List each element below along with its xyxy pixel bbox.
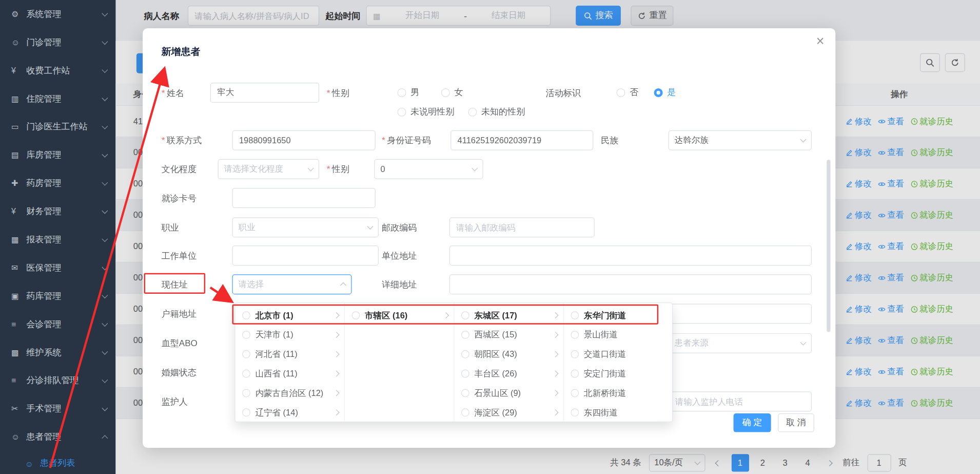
chevron-down-icon — [308, 165, 314, 171]
chevron-right-icon — [334, 409, 340, 415]
cascader-option-label: 东四街道 — [584, 407, 668, 418]
education-placeholder: 请选择文化程度 — [224, 163, 283, 175]
cascader-option-label: 山西省 (11) — [256, 368, 335, 380]
radio-icon — [398, 88, 406, 97]
ethnicity-label: 民族 — [601, 130, 618, 150]
occupation-select[interactable]: 职业 — [232, 217, 379, 237]
cascader-option[interactable]: 景山街道 — [564, 325, 673, 345]
chevron-right-icon — [334, 312, 340, 318]
radio-icon — [461, 350, 469, 358]
radio-icon — [571, 370, 579, 378]
cascader-option[interactable]: 交道口街道 — [564, 345, 673, 364]
gender-radio-unstated[interactable]: 未说明性别 — [398, 102, 455, 122]
cascader-option[interactable]: 西城区 (15) — [455, 325, 563, 345]
active-flag-radio-no[interactable]: 否 — [616, 83, 638, 103]
cascader-option-label: 河北省 (11) — [256, 349, 335, 360]
cascader-option-label: 丰台区 (26) — [475, 368, 554, 380]
postal-code-input[interactable] — [449, 217, 595, 237]
current-address-select[interactable]: 请选择 — [232, 274, 352, 294]
work-unit-label: 工作单位 — [162, 245, 197, 266]
contact-input[interactable] — [232, 130, 376, 150]
work-unit-input[interactable] — [232, 245, 379, 266]
education-select[interactable]: 请选择文化程度 — [218, 159, 319, 179]
close-icon[interactable]: × — [816, 34, 825, 48]
chevron-right-icon — [552, 312, 558, 318]
cascader-option[interactable]: 石景山区 (9) — [455, 383, 563, 403]
gender-radio-female[interactable]: 女 — [441, 83, 463, 103]
cascader-column: 北京市 (1)天津市 (1)河北省 (11)山西省 (11)内蒙古自治区 (12… — [236, 303, 345, 422]
cascader-option-label: 辽宁省 (14) — [256, 407, 335, 418]
cancel-button[interactable]: 取 消 — [778, 413, 814, 432]
active-flag-radio-yes[interactable]: 是 — [654, 83, 676, 103]
cascader-option[interactable]: 东四街道 — [564, 403, 673, 422]
cascader-option[interactable]: 北新桥街道 — [564, 383, 673, 403]
cascader-option[interactable]: 海淀区 (29) — [455, 403, 563, 422]
radio-icon — [242, 311, 250, 319]
cascader-option[interactable]: 安定门街道 — [564, 364, 673, 384]
cascader-option[interactable]: 内蒙古自治区 (12) — [236, 383, 344, 403]
cascader-option-label: 北新桥街道 — [584, 387, 668, 399]
unit-address-input[interactable] — [449, 245, 812, 266]
cascader-option[interactable]: 山西省 (11) — [236, 364, 344, 384]
gender2-select[interactable]: 0 — [374, 159, 483, 179]
card-no-input[interactable] — [232, 188, 376, 208]
confirm-button[interactable]: 确 定 — [733, 413, 771, 432]
name-input[interactable] — [210, 83, 319, 103]
guardian-phone-input[interactable] — [669, 391, 812, 411]
chevron-right-icon — [443, 312, 449, 318]
radio-icon — [571, 311, 579, 319]
cascader-option[interactable]: 丰台区 (26) — [455, 364, 563, 384]
cascader-option[interactable]: 东城区 (17) — [455, 306, 563, 325]
occupation-label: 职业 — [162, 217, 179, 237]
occupation-placeholder: 职业 — [239, 222, 256, 233]
cascader-column: 东城区 (17)西城区 (15)朝阳区 (43)丰台区 (26)石景山区 (9)… — [455, 303, 564, 422]
cascader-option-label: 交道口街道 — [584, 349, 668, 360]
id-number-input[interactable] — [450, 130, 593, 150]
cascader-option[interactable]: 辽宁省 (14) — [236, 403, 344, 422]
chevron-right-icon — [552, 332, 558, 338]
chevron-right-icon — [552, 390, 558, 396]
gender2-label: *性别 — [327, 159, 349, 179]
chevron-right-icon — [552, 351, 558, 357]
radio-icon — [242, 408, 250, 416]
detail-address-input[interactable] — [449, 274, 812, 294]
radio-icon — [461, 408, 469, 416]
postal-code-label: 邮政编码 — [382, 217, 417, 237]
gender-radio-male[interactable]: 男 — [398, 83, 420, 103]
radio-icon — [441, 88, 450, 97]
radio-icon — [616, 88, 625, 97]
cascader-option[interactable]: 朝阳区 (43) — [455, 345, 563, 364]
ethnicity-select[interactable]: 达斡尔族 — [669, 130, 812, 150]
radio-icon — [461, 331, 469, 339]
patient-source-select[interactable]: 患者来源 — [669, 333, 812, 353]
radio-icon — [571, 408, 579, 416]
chevron-down-icon — [800, 339, 806, 346]
required-asterisk: * — [382, 135, 385, 145]
screen: ⚙系统管理☺门诊管理¥收费工作站▥住院管理▭门诊医生工作站▤库房管理✚药房管理¥… — [0, 0, 980, 474]
app: ⚙系统管理☺门诊管理¥收费工作站▥住院管理▭门诊医生工作站▤库房管理✚药房管理¥… — [0, 0, 980, 474]
current-address-label: 现住址 — [162, 274, 188, 294]
address-cascader-dropdown: 北京市 (1)天津市 (1)河北省 (11)山西省 (11)内蒙古自治区 (12… — [234, 302, 673, 422]
cascader-option[interactable]: 北京市 (1) — [236, 306, 344, 325]
cascader-option-label: 东城区 (17) — [475, 310, 554, 321]
cascader-option[interactable]: 天津市 (1) — [236, 325, 344, 345]
cascader-option-label: 市辖区 (16) — [365, 310, 444, 321]
radio-icon — [242, 389, 250, 397]
gender-radio-unknown[interactable]: 未知的性别 — [468, 102, 525, 122]
radio-icon — [242, 331, 250, 339]
gender2-value: 0 — [381, 164, 385, 174]
required-asterisk: * — [162, 135, 165, 145]
cascader-option-label: 西城区 (15) — [475, 329, 554, 340]
required-asterisk: * — [327, 164, 330, 175]
radio-icon — [398, 108, 406, 117]
modal-scrollbar[interactable] — [827, 160, 830, 332]
blood-type-label: 血型ABO — [162, 333, 198, 353]
cascader-column: 东华门街道景山街道交道口街道安定门街道北新桥街道东四街道 — [564, 303, 673, 422]
cascader-option[interactable]: 市辖区 (16) — [345, 306, 454, 325]
cascader-option[interactable]: 东华门街道 — [564, 306, 673, 325]
current-address-placeholder: 请选择 — [239, 279, 264, 290]
cascader-option[interactable]: 河北省 (11) — [236, 345, 344, 364]
radio-icon — [461, 311, 469, 319]
radio-icon — [571, 331, 579, 339]
marital-status-label: 婚姻状态 — [162, 362, 197, 382]
